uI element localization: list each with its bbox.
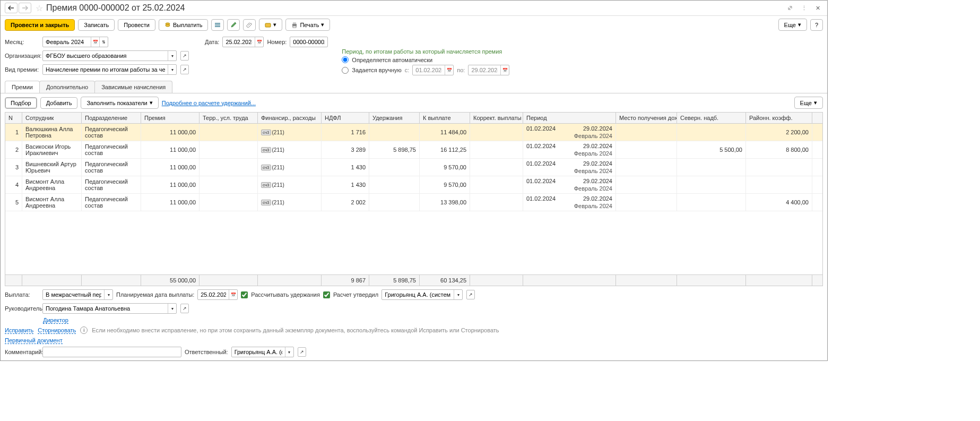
comment-label: Комментарий: — [5, 349, 39, 355]
fix-link[interactable]: Исправить — [5, 327, 33, 334]
close-icon[interactable]: ✕ — [812, 3, 823, 13]
edit-button[interactable] — [227, 19, 240, 31]
reverse-link[interactable]: Сторнировать — [38, 327, 76, 334]
open-button[interactable]: ↗ — [298, 347, 306, 357]
approved-label: Расчет утвердил — [333, 291, 378, 298]
planned-date-field[interactable]: 📅 — [197, 289, 238, 300]
table-row[interactable]: 2Васикоски Игорь ИраклиевичПедагогически… — [5, 141, 822, 159]
org-label: Организация: — [5, 53, 39, 59]
resp-label: Ответственный: — [185, 349, 228, 355]
table-row[interactable]: 1Валюшкина Алла ПетровнаПедагогический с… — [5, 124, 822, 141]
chevron-down-icon[interactable]: ▾ — [168, 51, 176, 61]
calendar-icon[interactable]: 📅 — [91, 37, 99, 47]
svg-point-1 — [166, 24, 170, 27]
table-row[interactable]: 5Висмонт Алла АндреевнаПедагогический со… — [5, 194, 822, 211]
auto-radio[interactable] — [342, 56, 349, 63]
calendar-icon[interactable]: 📅 — [445, 65, 453, 75]
warn-text: Если необходимо внести исправление, но п… — [92, 327, 499, 333]
more-button[interactable]: Еще ▾ — [778, 19, 807, 31]
forward-button[interactable] — [19, 3, 31, 13]
titlebar: ☆ Премия 0000-000002 от 25.02.2024 ⋮ ✕ — [1, 1, 827, 16]
list-button[interactable] — [211, 19, 224, 31]
director-link[interactable]: Директор — [43, 317, 68, 324]
data-grid[interactable]: N Сотрудник Подразделение Премия Терр., … — [5, 112, 823, 286]
fill-button[interactable]: Заполнить показатели ▾ — [81, 97, 158, 109]
chevron-down-icon[interactable]: ▾ — [168, 65, 176, 74]
add-button[interactable]: Добавить — [40, 97, 78, 109]
manager-label: Руководитель: — [5, 305, 39, 312]
comment-field[interactable] — [42, 347, 181, 357]
open-button[interactable]: ↗ — [466, 290, 475, 299]
approved-by-field[interactable]: ▾ — [381, 289, 463, 300]
svg-rect-2 — [215, 23, 220, 24]
more-info-link[interactable]: Подробнее о расчете удержаний... — [162, 100, 256, 106]
calendar-icon[interactable]: 📅 — [500, 65, 509, 75]
print-button[interactable]: Печать ▾ — [285, 19, 330, 31]
calendar-icon[interactable]: 📅 — [229, 290, 237, 299]
pay-button[interactable]: Выплатить — [159, 19, 208, 31]
month-label: Месяц: — [5, 39, 39, 45]
resp-field[interactable]: ▾ — [231, 347, 294, 357]
period-title: Период, по итогам работы за который начи… — [342, 48, 509, 55]
open-button[interactable]: ↗ — [180, 51, 189, 61]
payout-field[interactable]: ▾ — [42, 289, 113, 300]
svg-rect-3 — [215, 24, 220, 25]
dropdown-button[interactable]: ▾ — [259, 19, 282, 31]
grid-footer: 55 000,00 9 867 5 898,75 60 134,25 — [5, 274, 822, 286]
chevron-down-icon[interactable]: ▾ — [168, 304, 176, 313]
coins-icon — [164, 22, 171, 28]
table-row[interactable]: 4Висмонт Алла АндреевнаПедагогический со… — [5, 176, 822, 194]
attach-button[interactable] — [243, 19, 256, 31]
calc-withheld-checkbox[interactable] — [241, 291, 248, 298]
approved-checkbox[interactable] — [323, 291, 330, 298]
bonus-type-field[interactable]: ▾ — [42, 64, 177, 75]
printer-icon — [291, 22, 298, 28]
grid-toolbar: Подбор Добавить Заполнить показатели ▾ П… — [1, 93, 827, 112]
select-button[interactable]: Подбор — [5, 97, 37, 109]
grid-header: N Сотрудник Подразделение Премия Терр., … — [5, 113, 822, 124]
manual-radio[interactable] — [342, 67, 349, 74]
stepper-icon[interactable]: ⇅ — [99, 37, 108, 47]
from-date-field[interactable]: 📅 — [412, 65, 454, 75]
open-button[interactable]: ↗ — [180, 304, 189, 313]
chevron-down-icon[interactable]: ▾ — [285, 347, 293, 357]
info-icon: i — [80, 327, 88, 334]
auto-label: Определяется автоматически — [352, 57, 432, 63]
payout-label: Выплата: — [5, 291, 39, 298]
to-date-field[interactable]: 📅 — [468, 65, 509, 75]
svg-rect-8 — [293, 26, 296, 28]
svg-rect-4 — [215, 26, 220, 27]
write-button[interactable]: Записать — [78, 19, 115, 31]
number-field[interactable] — [290, 37, 328, 47]
to-label: по: — [457, 67, 465, 73]
svg-rect-7 — [293, 22, 296, 24]
number-label: Номер: — [267, 39, 287, 45]
post-button[interactable]: Провести — [118, 19, 155, 31]
grid-more-button[interactable]: Еще ▾ — [794, 97, 823, 109]
more-vertical-icon[interactable]: ⋮ — [799, 3, 809, 13]
calendar-icon[interactable]: 📅 — [255, 37, 263, 47]
post-close-button[interactable]: Провести и закрыть — [5, 19, 75, 31]
planned-date-label: Планируемая дата выплаты: — [116, 291, 194, 298]
manual-label: Задается вручную — [352, 67, 401, 73]
back-button[interactable] — [5, 3, 18, 13]
main-toolbar: Провести и закрыть Записать Провести Вып… — [1, 16, 827, 33]
org-field[interactable]: ▾ — [42, 50, 177, 61]
manager-field[interactable]: ▾ — [42, 303, 177, 314]
month-field[interactable]: 📅 ⇅ — [42, 37, 108, 47]
folder-icon — [265, 22, 271, 28]
tab-premii[interactable]: Премии — [5, 81, 40, 93]
table-row[interactable]: 3Вишневский Артур ЮрьевичПедагогический … — [5, 159, 822, 176]
link-icon[interactable] — [785, 3, 795, 13]
tab-dop[interactable]: Дополнительно — [39, 81, 95, 93]
chevron-down-icon[interactable]: ▾ — [104, 290, 112, 299]
help-button[interactable]: ? — [810, 19, 823, 31]
calc-withheld-label: Рассчитывать удержания — [251, 291, 320, 298]
open-button[interactable]: ↗ — [180, 65, 189, 74]
chevron-down-icon[interactable]: ▾ — [454, 290, 462, 299]
primary-doc-link[interactable]: Первичный документ — [5, 337, 63, 344]
bonus-type-label: Вид премии: — [5, 66, 39, 73]
date-field[interactable]: 📅 — [222, 37, 264, 47]
tab-dep[interactable]: Зависимые начисления — [94, 81, 172, 93]
favorite-icon[interactable]: ☆ — [36, 3, 43, 13]
